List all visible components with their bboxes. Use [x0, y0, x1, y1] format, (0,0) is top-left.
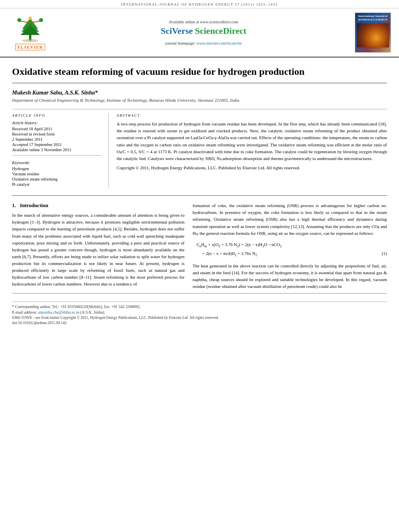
sciverse-badge: SciVerse: [369, 48, 377, 51]
article-title: Oxidative steam reforming of vacuum resi…: [12, 66, 387, 83]
article-info-heading: ARTICLE INFO: [12, 113, 102, 117]
email-note: E-mail address: asksinha.che@itbhu.ac.in…: [12, 310, 387, 314]
header-section: ELSEVIER Available online at www.science…: [0, 8, 399, 58]
journal-top-bar: INTERNATIONAL JOURNAL OF HYDROGEN ENERGY…: [0, 0, 399, 8]
svg-point-1: [22, 39, 38, 42]
formula-number: (1): [382, 250, 387, 258]
formula-line1: CnHm + x(O2 + 3.76 N2) + 2(n − x)H2O→nCO…: [197, 241, 387, 250]
cover-image: [357, 23, 389, 47]
svg-point-7: [17, 18, 21, 22]
available-online-text: Available online at www.sciencedirect.co…: [169, 20, 238, 24]
abstract-heading: ABSTRACT: [117, 113, 387, 117]
issn-line: 0360-3199/$ – see front matter Copyright…: [12, 316, 387, 320]
corresponding-author-note: * Corresponding author. Tel.: +91 933566…: [12, 304, 387, 309]
svg-point-9: [29, 16, 32, 20]
authors: Mukesh Kumar Sahu, A.S.K. Sinha*: [12, 90, 387, 96]
formula-text2: + 2(n − x + m/4)H2 + 3.76x N2: [197, 250, 257, 259]
sciverse-span: SciVerse: [160, 26, 195, 36]
footer-divider: [12, 293, 387, 294]
journal-cover-thumbnail: International Journal of HYDROGEN ENERGY…: [355, 12, 391, 53]
elsevier-logo: ELSEVIER: [8, 12, 52, 53]
article-meta-row: ARTICLE INFO Article history: Received 1…: [12, 109, 387, 187]
formula-block: CnHm + x(O2 + 3.76 N2) + 2(n − x)H2O→nCO…: [193, 241, 387, 259]
available-online-date: Available online 3 November 2011: [12, 148, 102, 152]
homepage-label: journal homepage:: [165, 41, 195, 45]
affiliation: Department of Chemical Engineering & Tec…: [12, 98, 387, 103]
article-info-col: ARTICLE INFO Article history: Received 1…: [12, 113, 109, 187]
abstract-col: ABSTRACT A two-step process for producti…: [117, 113, 387, 187]
elsevier-tree-icon: [14, 15, 46, 43]
abstract-copyright: Copyright © 2011, Hydrogen Energy Public…: [117, 164, 387, 171]
keyword-pt-catalyst: Pt catalyst: [12, 182, 102, 187]
keywords-label: Keywords:: [12, 160, 102, 165]
info-divider: [12, 155, 102, 156]
formula-line2: + 2(n − x + m/4)H2 + 3.76x N2 (1): [197, 250, 387, 259]
center-header: Available online at www.sciencedirect.co…: [59, 12, 348, 53]
elsevier-brand-text: ELSEVIER: [15, 44, 45, 50]
main-content: Oxidative steam reforming of vacuum resi…: [0, 58, 399, 333]
body-left-col: 1. Introduction In the search of alterna…: [12, 202, 185, 290]
intro-left-text: In the search of alternative energy sour…: [12, 212, 185, 288]
email-label: E-mail address:: [12, 310, 37, 314]
section1-title: 1. Introduction: [12, 202, 185, 209]
sciverse-title: SciVerse ScienceDirect: [160, 26, 246, 36]
keyword-osr: Oxidative steam reforming: [12, 177, 102, 181]
accepted-date: Accepted 17 September 2011: [12, 142, 102, 147]
journal-homepage: journal homepage: www.elsevier.com/locat…: [165, 41, 242, 45]
section1-number: 1.: [12, 202, 16, 208]
body-right-col: formation of coke, the oxidative steam r…: [193, 202, 387, 290]
authors-text: Mukesh Kumar Sahu, A.S.K. Sinha*: [12, 90, 98, 96]
revised-date: 2 September 2011: [12, 137, 102, 142]
intro-right-text2: The heat generated in the above reaction…: [193, 263, 387, 290]
formula-text1: CnHm + x(O2 + 3.76 N2) + 2(n − x)H2O→nCO…: [197, 241, 282, 250]
abstract-text: A two-step process for production of hyd…: [117, 121, 387, 162]
revised-label: Received in revised form: [12, 132, 102, 136]
section1-label: Introduction: [20, 202, 49, 208]
homepage-link[interactable]: www.elsevier.com/locate/he: [196, 41, 242, 45]
received-date: Received 18 April 2011: [12, 127, 102, 131]
keyword-vacuum-residue: Vacuum residue: [12, 172, 102, 176]
svg-point-8: [39, 18, 43, 22]
body-content: 1. Introduction In the search of alterna…: [12, 195, 387, 290]
email-suffix: (A.S.K. Sinha).: [80, 310, 105, 314]
author-email[interactable]: asksinha.che@itbhu.ac.in: [38, 310, 79, 314]
keyword-hydrogen: Hydrogen: [12, 166, 102, 171]
cover-title: International Journal of HYDROGEN ENERGY: [357, 14, 389, 22]
footer-section: * Corresponding author. Tel.: +91 933566…: [12, 302, 387, 325]
doi-line: doi:10.1016/j.ijhydene.2011.09.142: [12, 321, 387, 325]
intro-right-text1: formation of coke, the oxidative steam r…: [193, 202, 387, 236]
article-history-label: Article history:: [12, 121, 102, 125]
